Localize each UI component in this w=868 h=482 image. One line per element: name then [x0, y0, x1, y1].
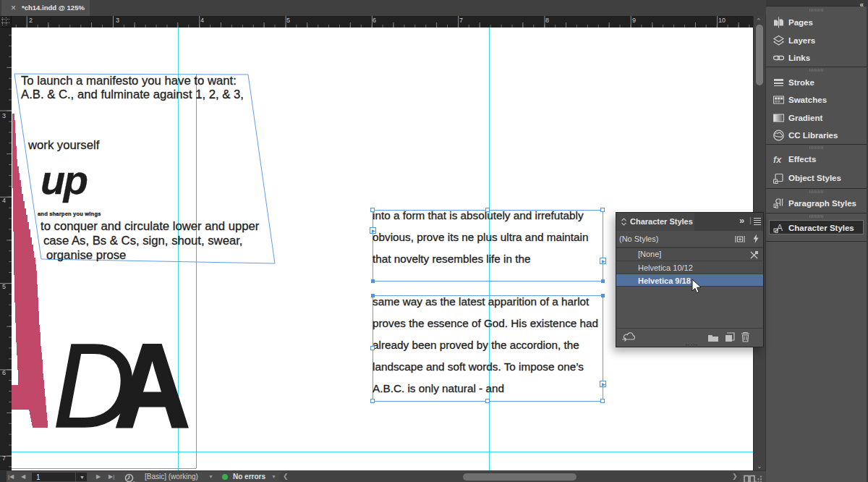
svg-text:fx: fx	[773, 155, 782, 165]
